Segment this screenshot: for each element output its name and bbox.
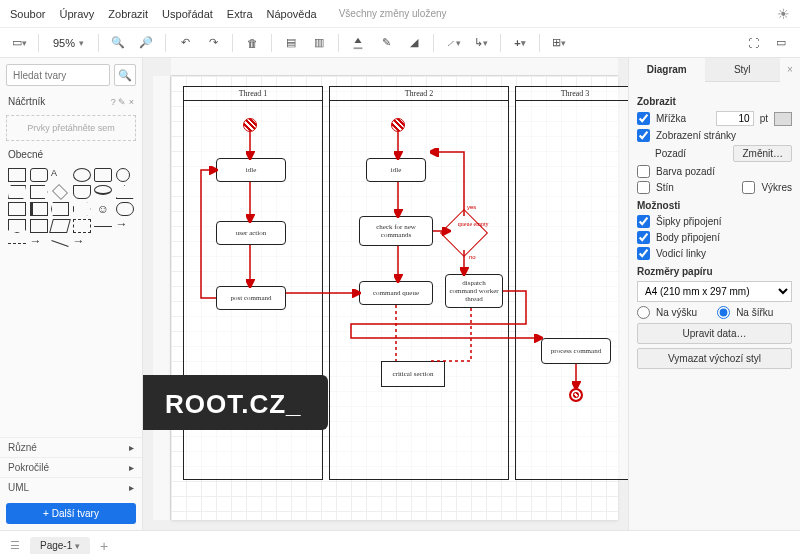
insert-icon[interactable]: +▾ (509, 32, 531, 54)
fullscreen-icon[interactable]: ⛶ (742, 32, 764, 54)
shape-dash-line[interactable] (8, 243, 26, 244)
pages-icon[interactable]: ☰ (10, 539, 20, 552)
canvas-area[interactable]: Thread 1 Thread 2 Thread 3 idle user act… (143, 58, 628, 530)
shape-biarrow[interactable] (73, 236, 91, 250)
node-t2-check[interactable]: check for new commands (359, 216, 433, 246)
chk-grid[interactable] (637, 112, 650, 125)
menu-file[interactable]: Soubor (10, 8, 45, 20)
node-t2-dispatch[interactable]: dispatch command worker thread (445, 274, 503, 308)
connection-icon[interactable]: ⟋▾ (442, 32, 464, 54)
node-t3-process[interactable]: process command (541, 338, 611, 364)
shape-square[interactable] (94, 168, 112, 182)
table-icon[interactable]: ⊞▾ (548, 32, 570, 54)
shape-doc[interactable] (73, 185, 91, 199)
shape-hex[interactable] (30, 185, 48, 199)
zoom-control[interactable]: 95%▾ (47, 37, 90, 49)
shape-actor[interactable]: ☺ (94, 202, 112, 216)
chk-sketch[interactable] (742, 181, 755, 194)
theme-icon[interactable]: ☀ (777, 6, 790, 22)
tab-diagram[interactable]: Diagram (629, 58, 705, 82)
shape-tri[interactable] (116, 185, 134, 199)
line-color-icon[interactable]: ✎ (375, 32, 397, 54)
sidebar-toggle-icon[interactable]: ▭▾ (8, 32, 30, 54)
shape-line[interactable] (94, 226, 112, 227)
grid-size-input[interactable] (716, 111, 754, 126)
shape-pill[interactable] (116, 202, 134, 216)
shape-rhombus[interactable] (52, 184, 68, 200)
redo-icon[interactable]: ↷ (202, 32, 224, 54)
zoom-in-icon[interactable]: 🔍 (107, 32, 129, 54)
shape-rect2[interactable] (8, 202, 26, 216)
page-tab[interactable]: Page-1 ▾ (30, 537, 90, 554)
add-page-icon[interactable]: + (100, 538, 108, 554)
shape-circle[interactable] (116, 168, 130, 182)
shape-ellipse[interactable] (73, 168, 91, 182)
menu-extras[interactable]: Extra (227, 8, 253, 20)
paper-size-select[interactable]: A4 (210 mm x 297 mm) (637, 281, 792, 302)
chk-conn-points[interactable] (637, 231, 650, 244)
chk-guides[interactable] (637, 247, 650, 260)
search-input[interactable] (6, 64, 110, 86)
watermark: ROOT.CZ (143, 375, 328, 430)
swimlane-thread3[interactable]: Thread 3 (515, 86, 628, 480)
shape-round-rect[interactable] (30, 168, 48, 182)
node-t1-start[interactable] (243, 118, 257, 132)
node-t1-post[interactable]: post command (216, 286, 286, 310)
general-heading[interactable]: Obecné (0, 145, 142, 164)
menu-view[interactable]: Zobrazit (108, 8, 148, 20)
delete-icon[interactable]: 🗑 (241, 32, 263, 54)
menu-edit[interactable]: Úpravy (59, 8, 94, 20)
shape-arrow2[interactable] (30, 236, 48, 250)
chk-shadow[interactable] (637, 181, 650, 194)
shape-para[interactable] (8, 185, 26, 199)
shape-rect3[interactable] (30, 219, 48, 233)
shape-rect[interactable] (8, 168, 26, 182)
cat-advanced[interactable]: Pokročilé▸ (0, 457, 142, 477)
shape-dashed[interactable] (73, 219, 91, 233)
radio-portrait[interactable] (637, 306, 650, 319)
format-panel-icon[interactable]: ▭ (770, 32, 792, 54)
shape-diag[interactable] (51, 240, 68, 247)
waypoint-icon[interactable]: ↳▾ (470, 32, 492, 54)
menu-arrange[interactable]: Uspořádat (162, 8, 213, 20)
shape-text[interactable]: A (51, 168, 69, 182)
fill-color-icon[interactable] (347, 32, 369, 54)
node-t2-idle[interactable]: idle (366, 158, 426, 182)
chk-conn-arrows[interactable] (637, 215, 650, 228)
cat-misc[interactable]: Různé▸ (0, 437, 142, 457)
btn-edit-data[interactable]: Upravit data… (637, 323, 792, 344)
chk-bgcolor[interactable] (637, 165, 650, 178)
node-t2-start[interactable] (391, 118, 405, 132)
canvas[interactable]: Thread 1 Thread 2 Thread 3 idle user act… (171, 76, 618, 520)
to-front-icon[interactable]: ▤ (280, 32, 302, 54)
more-shapes-button[interactable]: + Další tvary (6, 503, 136, 524)
shape-note[interactable] (30, 202, 48, 216)
to-back-icon[interactable]: ▥ (308, 32, 330, 54)
zoom-out-icon[interactable]: 🔎 (135, 32, 157, 54)
grid-color[interactable] (774, 112, 792, 126)
node-t3-end[interactable] (569, 388, 583, 402)
shape-data[interactable] (49, 219, 71, 233)
btn-reset-style[interactable]: Vymazat výchozí styl (637, 348, 792, 369)
undo-icon[interactable]: ↶ (174, 32, 196, 54)
close-icon[interactable]: × (780, 58, 800, 82)
scratchpad-drop[interactable]: Prvky přetáhněte sem (6, 115, 136, 141)
shape-cylinder[interactable] (94, 185, 112, 195)
search-icon[interactable]: 🔍 (114, 64, 136, 86)
tab-style[interactable]: Styl (705, 58, 781, 82)
shape-or[interactable] (8, 219, 26, 233)
node-t1-useraction[interactable]: user action (216, 221, 286, 245)
shadow-icon[interactable]: ◢ (403, 32, 425, 54)
node-t2-critical[interactable]: critical section (381, 361, 445, 387)
menu-help[interactable]: Nápověda (267, 8, 317, 20)
scratchpad-heading[interactable]: Náčrtník? ✎ × (0, 92, 142, 111)
btn-change-bg[interactable]: Změnit… (733, 145, 792, 162)
node-t1-idle[interactable]: idle (216, 158, 286, 182)
shape-callout[interactable] (73, 202, 91, 216)
shape-arrow[interactable] (116, 219, 134, 233)
shape-step[interactable] (51, 202, 69, 216)
node-t2-queue[interactable]: command queue (359, 281, 433, 305)
radio-landscape[interactable] (717, 306, 730, 319)
cat-uml[interactable]: UML▸ (0, 477, 142, 497)
chk-pageview[interactable] (637, 129, 650, 142)
